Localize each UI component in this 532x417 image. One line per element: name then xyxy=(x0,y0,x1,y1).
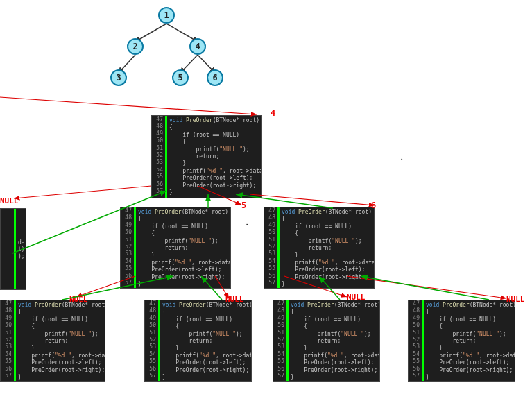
tree-node-1: 1 xyxy=(158,7,175,24)
code-block-b7: 47 48 49 50 51 52 53 54 55 56 57 void Pr… xyxy=(408,300,515,382)
recursion-index-label: 5 xyxy=(241,201,246,210)
call-arrow xyxy=(0,97,257,114)
call-arrow xyxy=(250,194,375,205)
decorative-dot: . xyxy=(244,216,250,228)
binary-tree-diagram: 1 2 4 3 5 6 xyxy=(94,7,239,97)
null-label: NULL xyxy=(347,293,366,302)
code-block-b2: 47 48 49 50 51 52 53 54 55 56 57 void Pr… xyxy=(120,207,231,289)
recursion-index-label: 6 xyxy=(371,201,376,210)
call-arrow xyxy=(14,186,151,198)
tree-node-4: 4 xyxy=(189,38,206,55)
code-block-b3: 47 48 49 50 51 52 53 54 55 56 57 void Pr… xyxy=(264,207,375,289)
null-label: NULL xyxy=(225,295,244,304)
code-block-b1: 47 48 49 50 51 52 53 54 55 56 57 void Pr… xyxy=(151,115,262,198)
tree-node-5: 5 xyxy=(172,69,189,86)
tree-node-3: 3 xyxy=(110,69,127,86)
return-arrow xyxy=(361,276,489,300)
code-block-b4: 47 48 49 50 51 52 53 54 55 56 57 void Pr… xyxy=(0,300,105,382)
code-block-b8: data); t); ); xyxy=(0,208,26,290)
recursion-index-label: 4 xyxy=(271,108,275,118)
null-label: NULL xyxy=(0,196,19,205)
decorative-dot: . xyxy=(399,151,404,162)
tree-node-6: 6 xyxy=(207,69,223,86)
tree-node-2: 2 xyxy=(127,38,144,55)
code-block-b6: 47 48 49 50 51 52 53 54 55 56 57 void Pr… xyxy=(273,300,380,382)
code-block-b5: 47 48 49 50 51 52 53 54 55 56 57 void Pr… xyxy=(144,300,252,382)
null-label: NULL xyxy=(506,295,525,304)
null-label: NULL xyxy=(69,295,88,304)
